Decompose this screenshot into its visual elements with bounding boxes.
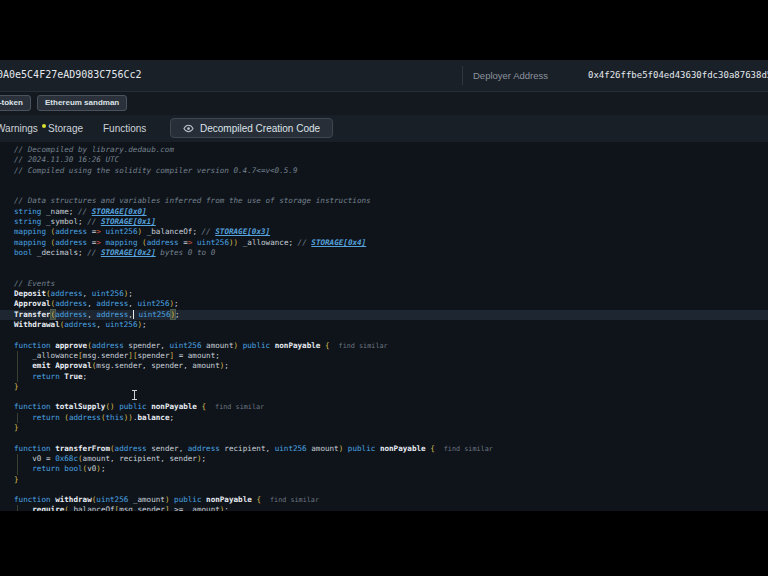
code-token: ; xyxy=(101,464,106,473)
code-line: Transfer(address, address, uint256); xyxy=(0,310,768,320)
tab-storage[interactable]: Storage xyxy=(48,123,83,134)
code-token: _amount xyxy=(128,495,165,504)
code-token: withdraw xyxy=(55,495,92,504)
chip-d-token[interactable]: d-token xyxy=(0,95,31,111)
code-token: , xyxy=(87,310,96,319)
code-token: return xyxy=(32,413,59,422)
code-token: _allowance xyxy=(14,351,78,360)
code-token: // xyxy=(87,248,101,257)
code-line: mapping (address => mapping (address => … xyxy=(0,238,768,248)
code-token: msg.sender, spender, amount xyxy=(96,361,219,370)
code-token: bytes 0 to 0 xyxy=(156,248,215,257)
storage-link[interactable]: STORAGE[0x3] xyxy=(215,227,270,236)
indent-guide xyxy=(17,464,18,474)
code-token: _symbol; xyxy=(41,217,87,226)
warnings-badge-dot xyxy=(42,124,46,128)
code-token: Withdrawal xyxy=(14,320,60,329)
code-area[interactable]: // Decompiled by library.dedaub.com// 20… xyxy=(0,142,768,511)
code-token: uint256 xyxy=(105,320,137,329)
code-line: function transferFrom(address sender, ad… xyxy=(0,444,768,454)
code-token: mapping xyxy=(14,227,46,236)
tab-functions[interactable]: Functions xyxy=(103,123,146,134)
code-token: = xyxy=(87,227,96,236)
code-line: v0 = 0x68c(amount, recipient, sender); xyxy=(0,454,768,464)
storage-link[interactable]: STORAGE[0x4] xyxy=(311,238,366,247)
code-token: address xyxy=(64,320,96,329)
code-token: 0x68c xyxy=(55,454,78,463)
find-similar-link[interactable]: find similar xyxy=(339,342,388,350)
code-line: mapping (address => uint256) _balanceOf;… xyxy=(0,227,768,237)
code-token: address xyxy=(55,299,87,308)
code-token: // xyxy=(202,227,216,236)
code-token: amount xyxy=(307,444,339,453)
code-token: this xyxy=(105,413,123,422)
code-token: string xyxy=(14,207,41,216)
code-token: address xyxy=(96,310,128,319)
code-token: amount xyxy=(202,341,234,350)
code-line: string _symbol; // STORAGE[0x1] xyxy=(0,217,768,227)
code-line xyxy=(0,392,768,402)
code-token: , xyxy=(83,289,92,298)
code-line: function approve(address spender, uint25… xyxy=(0,341,768,351)
code-token: sender, xyxy=(147,444,188,453)
code-line: function withdraw(uint256 _amount) publi… xyxy=(0,495,768,505)
contract-viewer-panel: 0A0e5C4F27eAD9083C756Cc2 Deployer Addres… xyxy=(0,60,768,511)
find-similar-link[interactable]: find similar xyxy=(215,403,264,411)
code-line xyxy=(0,485,768,495)
code-line: emit Approval(msg.sender, spender, amoun… xyxy=(0,361,768,371)
chip-ethereum-sandman[interactable]: Ethereum sandman xyxy=(37,95,127,111)
contract-address: 0A0e5C4F27eAD9083C756Cc2 xyxy=(0,69,142,80)
code-token: uint256 xyxy=(197,238,229,247)
code-token: uint256 xyxy=(138,299,170,308)
code-token: ; xyxy=(128,289,133,298)
code-line xyxy=(0,186,768,196)
decompiled-creation-code-button[interactable]: Decompiled Creation Code xyxy=(170,118,333,138)
code-token: uint256 xyxy=(139,310,171,319)
indent-guide xyxy=(17,413,18,423)
code-line: return True; xyxy=(0,372,768,382)
indent-guide xyxy=(17,372,18,382)
code-token: totalSupply xyxy=(55,402,105,411)
code-token: ; xyxy=(175,310,180,319)
code-token: function xyxy=(14,495,51,504)
code-token: mapping xyxy=(14,238,46,247)
storage-link[interactable]: STORAGE[0x0] xyxy=(92,207,147,216)
code-token: address xyxy=(55,227,87,236)
code-token: // Compiled using the solidity compiler … xyxy=(14,166,297,175)
code-token: { xyxy=(325,341,330,350)
code-token: = amount; xyxy=(174,351,220,360)
storage-link[interactable]: STORAGE[0x1] xyxy=(101,217,156,226)
storage-link[interactable]: STORAGE[0x2] xyxy=(101,248,156,257)
code-token: transferFrom xyxy=(55,444,110,453)
code-token: = xyxy=(87,238,96,247)
tab-warnings[interactable]: Warnings xyxy=(0,123,46,134)
code-token: // Events xyxy=(14,279,55,288)
code-line: // 2024.11.30 16:26 UTC xyxy=(0,155,768,165)
code-token: function xyxy=(14,341,51,350)
code-line: } xyxy=(0,382,768,392)
code-token: ; xyxy=(224,361,229,370)
screen: 0A0e5C4F27eAD9083C756Cc2 Deployer Addres… xyxy=(0,0,768,576)
code-token: recipient, xyxy=(220,444,275,453)
code-line xyxy=(0,176,768,186)
code-line: require(_balanceOf[msg.sender] >= _amoun… xyxy=(0,505,768,511)
find-similar-link[interactable]: find similar xyxy=(444,445,493,453)
code-token: { xyxy=(430,444,435,453)
deployer-address-label: Deployer Address xyxy=(473,70,548,81)
address-bar: 0A0e5C4F27eAD9083C756Cc2 Deployer Addres… xyxy=(0,60,768,92)
code-token: // xyxy=(298,238,312,247)
code-token: nonPayable xyxy=(151,402,197,411)
code-token: , xyxy=(128,299,137,308)
code-token: { xyxy=(202,402,207,411)
code-line: return bool(v0); xyxy=(0,464,768,474)
find-similar-link[interactable]: find similar xyxy=(270,496,319,504)
code-line xyxy=(0,269,768,279)
code-token: uint256 xyxy=(275,444,307,453)
code-token: )) xyxy=(124,413,133,422)
code-token: spender xyxy=(137,351,169,360)
code-token: uint256 xyxy=(169,341,201,350)
code-token: v0 xyxy=(87,464,96,473)
code-token: // Decompiled by library.dedaub.com xyxy=(14,145,174,154)
code-token: address xyxy=(147,238,179,247)
code-line: } xyxy=(0,423,768,433)
